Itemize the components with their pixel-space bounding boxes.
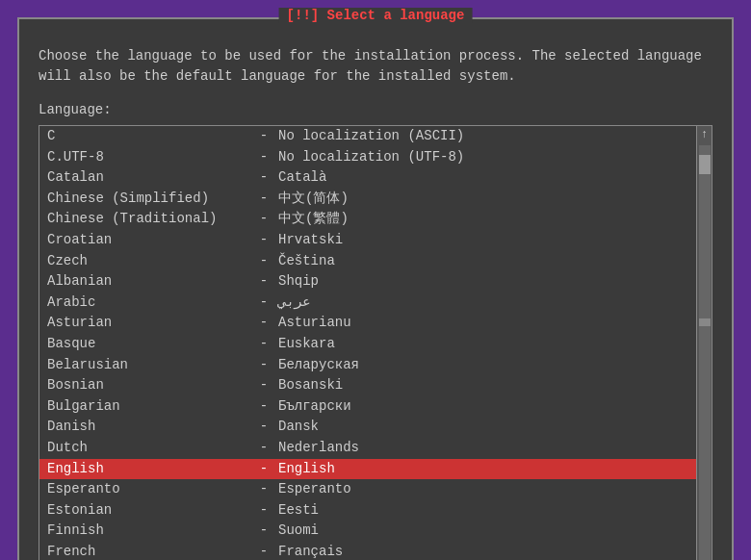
scrollbar[interactable]: ↑ ↓ (696, 126, 712, 560)
lang-name: Bulgarian (47, 397, 249, 417)
lang-native-name: Euskara (278, 335, 335, 354)
language-label: Language: (39, 102, 712, 117)
lang-native-name: عربي (278, 293, 311, 313)
list-item[interactable]: Belarusian-Беларуская (39, 355, 696, 376)
lang-separator: - (249, 148, 278, 167)
list-item[interactable]: Bosnian-Bosanski (39, 375, 696, 396)
list-item[interactable]: C-No localization (ASCII) (39, 126, 696, 147)
lang-native-name: No localization (ASCII) (278, 127, 464, 146)
lang-name: Czech (47, 252, 249, 271)
lang-name: Bosnian (47, 376, 249, 395)
lang-separator: - (249, 168, 278, 188)
dialog-title: [!!] Select a language (279, 8, 473, 23)
list-item[interactable]: Dutch-Nederlands (39, 438, 696, 459)
list-item[interactable]: Bulgarian-Български (39, 396, 696, 418)
list-item[interactable]: Asturian-Asturianu (39, 313, 696, 334)
lang-separator: - (249, 418, 278, 437)
lang-name: Danish (47, 418, 249, 437)
list-item[interactable]: Croatian-Hrvatski (39, 230, 696, 251)
list-item[interactable]: Chinese (Traditional)-中文(繁體) (39, 209, 696, 230)
lang-name: Asturian (47, 314, 249, 333)
lang-name: English (47, 460, 249, 479)
lang-native-name: Hrvatski (278, 231, 343, 250)
lang-name: Albanian (47, 272, 249, 292)
lang-name: Esperanto (47, 480, 249, 499)
lang-native-name: 中文(繁體) (278, 210, 349, 229)
lang-name: Belarusian (47, 356, 249, 375)
lang-native-name: Bosanski (278, 376, 343, 395)
lang-separator: - (249, 501, 278, 521)
lang-separator: - (249, 190, 278, 209)
language-list-container: C-No localization (ASCII)C.UTF-8-No loca… (39, 125, 712, 560)
lang-native-name: Čeština (278, 252, 335, 271)
list-item[interactable]: Chinese (Simplified)-中文(简体) (39, 189, 696, 210)
scroll-thumb[interactable] (699, 155, 711, 174)
language-list: C-No localization (ASCII)C.UTF-8-No loca… (39, 126, 696, 560)
lang-name: Chinese (Traditional) (47, 210, 249, 229)
lang-native-name: Suomi (278, 522, 319, 541)
list-item[interactable]: Czech-Čeština (39, 251, 696, 272)
lang-separator: - (249, 314, 278, 333)
lang-separator: - (249, 480, 278, 499)
list-item[interactable]: Esperanto-Esperanto (39, 479, 696, 500)
lang-name: Catalan (47, 168, 249, 188)
lang-native-name: Français (278, 543, 343, 560)
lang-native-name: English (278, 460, 335, 479)
lang-name: Dutch (47, 439, 249, 458)
lang-native-name: Asturianu (278, 314, 351, 333)
lang-separator: - (249, 397, 278, 417)
list-item[interactable]: Arabic-عربي (39, 293, 696, 314)
lang-name: Chinese (Simplified) (47, 190, 249, 209)
lang-name: C.UTF-8 (47, 148, 249, 167)
scroll-thumb2 (699, 318, 711, 326)
lang-name: Arabic (47, 293, 249, 313)
description-text: Choose the language to be used for the i… (39, 46, 712, 87)
scroll-track (699, 145, 711, 560)
lang-name: Basque (47, 335, 249, 354)
lang-separator: - (249, 335, 278, 354)
lang-native-name: Nederlands (278, 439, 359, 458)
list-item[interactable]: Catalan-Català (39, 167, 696, 189)
lang-name: C (47, 127, 249, 146)
scroll-up-icon[interactable]: ↑ (699, 126, 710, 143)
lang-separator: - (249, 439, 278, 458)
list-item[interactable]: Danish-Dansk (39, 417, 696, 438)
lang-separator: - (249, 376, 278, 395)
lang-native-name: Eesti (278, 501, 319, 521)
lang-separator: - (249, 252, 278, 271)
lang-separator: - (249, 210, 278, 229)
lang-native-name: 中文(简体) (278, 190, 349, 209)
dialog-box: [!!] Select a language Choose the langua… (17, 17, 734, 560)
lang-native-name: Dansk (278, 418, 319, 437)
lang-native-name: Esperanto (278, 480, 351, 499)
list-item[interactable]: English-English (39, 459, 696, 480)
lang-native-name: Shqip (278, 272, 319, 292)
list-item[interactable]: Estonian-Eesti (39, 500, 696, 522)
lang-name: Estonian (47, 501, 249, 521)
lang-separator: - (249, 543, 278, 560)
lang-separator: - (249, 293, 278, 313)
list-item[interactable]: Finnish-Suomi (39, 521, 696, 542)
lang-native-name: Беларуская (278, 356, 359, 375)
list-item[interactable]: Basque-Euskara (39, 334, 696, 355)
lang-separator: - (249, 272, 278, 292)
lang-separator: - (249, 356, 278, 375)
lang-name: French (47, 543, 249, 560)
lang-native-name: Català (278, 168, 326, 188)
lang-separator: - (249, 460, 278, 479)
lang-native-name: No localization (UTF-8) (278, 148, 464, 167)
lang-name: Finnish (47, 522, 249, 541)
lang-separator: - (249, 522, 278, 541)
lang-native-name: Български (278, 397, 351, 417)
lang-separator: - (249, 127, 278, 146)
list-item[interactable]: C.UTF-8-No localization (UTF-8) (39, 147, 696, 168)
lang-name: Croatian (47, 231, 249, 250)
lang-separator: - (249, 231, 278, 250)
list-item[interactable]: French-Français (39, 542, 696, 560)
list-item[interactable]: Albanian-Shqip (39, 271, 696, 293)
